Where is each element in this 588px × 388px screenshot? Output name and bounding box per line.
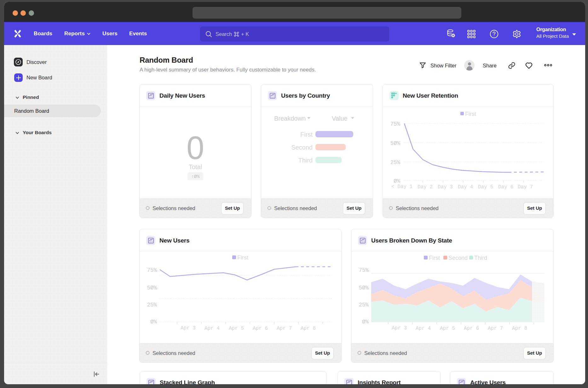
svg-text:Apr 3: Apr 3 bbox=[392, 325, 407, 331]
svg-text:25%: 25% bbox=[390, 159, 400, 166]
svg-text:Apr 8: Apr 8 bbox=[512, 326, 527, 331]
svg-text:Ø%: Ø% bbox=[362, 319, 369, 325]
svg-text:Day 5: Day 5 bbox=[478, 184, 493, 190]
svg-text:< Day 1: < Day 1 bbox=[391, 184, 412, 190]
svg-text:75%: 75% bbox=[359, 267, 369, 273]
svg-text:5Ø%: 5Ø% bbox=[147, 285, 157, 291]
svg-text:Day 4: Day 4 bbox=[458, 184, 473, 190]
svg-text:Apr 3: Apr 3 bbox=[181, 325, 196, 331]
svg-text:Day 3: Day 3 bbox=[438, 184, 453, 190]
svg-text:First: First bbox=[429, 255, 440, 261]
svg-text:Apr 5: Apr 5 bbox=[440, 326, 455, 331]
svg-text:Day 2: Day 2 bbox=[418, 184, 433, 190]
svg-text:First: First bbox=[237, 254, 248, 261]
svg-text:Ø%: Ø% bbox=[150, 319, 157, 325]
svg-text:Apr 8: Apr 8 bbox=[301, 326, 316, 331]
svg-text:Apr 7: Apr 7 bbox=[488, 326, 503, 331]
svg-text:Ø%: Ø% bbox=[394, 178, 401, 184]
svg-text:First: First bbox=[465, 111, 476, 117]
svg-text:Second: Second bbox=[448, 255, 468, 261]
svg-text:25%: 25% bbox=[147, 302, 157, 308]
svg-text:Third: Third bbox=[474, 255, 487, 261]
svg-text:75%: 75% bbox=[147, 267, 157, 273]
svg-text:Day 7: Day 7 bbox=[518, 184, 533, 190]
svg-text:75%: 75% bbox=[390, 121, 400, 127]
svg-text:5Ø%: 5Ø% bbox=[390, 140, 400, 146]
svg-text:Apr 7: Apr 7 bbox=[277, 326, 292, 331]
svg-text:Day 6: Day 6 bbox=[498, 184, 513, 190]
svg-text:Apr 6: Apr 6 bbox=[253, 326, 268, 331]
svg-text:Apr 4: Apr 4 bbox=[416, 326, 431, 331]
svg-text:5Ø%: 5Ø% bbox=[359, 285, 369, 291]
svg-text:Apr 4: Apr 4 bbox=[205, 326, 220, 331]
svg-text:25%: 25% bbox=[359, 302, 369, 308]
svg-text:Apr 6: Apr 6 bbox=[464, 326, 479, 331]
svg-text:Apr 5: Apr 5 bbox=[229, 326, 244, 331]
